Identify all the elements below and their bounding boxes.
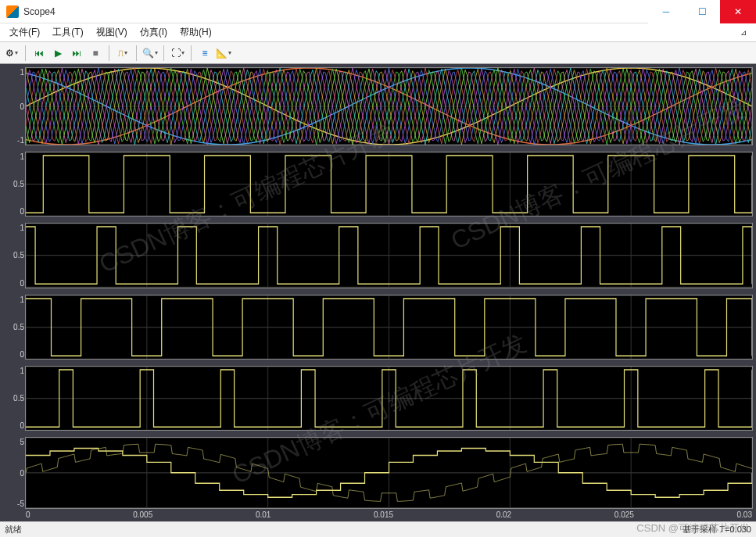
plot-0[interactable]: 10-1 — [25, 67, 753, 145]
plot-area: ⤢ 10-1 10.50 10.50 10.50 — [0, 64, 756, 521]
cursors-icon: ≡ — [202, 48, 207, 59]
autoscale-icon: ⛶ — [171, 48, 181, 59]
menu-file[interactable]: 文件(F) — [3, 24, 46, 41]
zoom-button[interactable]: 🔍▾ — [142, 45, 159, 62]
separator — [109, 45, 109, 61]
plot-row-4: 10.50 — [25, 366, 753, 431]
separator — [191, 45, 192, 61]
step-forward-button[interactable]: ⏭ — [68, 45, 85, 62]
yaxis-labels: 10.50 — [5, 367, 24, 430]
menu-view[interactable]: 视图(V) — [90, 24, 134, 41]
stop-button[interactable]: ■ — [87, 45, 104, 62]
yaxis-labels: 10.50 — [5, 152, 24, 216]
autoscale-button[interactable]: ⛶▾ — [169, 45, 186, 62]
step-back-button[interactable]: ⏮ — [30, 45, 48, 62]
yaxis-labels: 10-1 — [5, 68, 24, 145]
plot-5[interactable]: 50-5 00.0050.01 0.0150.020.0250.03 — [25, 437, 753, 509]
step-fwd-icon: ⏭ — [72, 48, 81, 59]
csdn-watermark: CSDN @可编程芯片开发 — [636, 521, 750, 535]
maximize-button[interactable]: ☐ — [684, 0, 720, 23]
plot-row-0: 10-1 — [25, 67, 753, 145]
plot-row-1: 10.50 — [25, 152, 753, 217]
status-left: 就绪 — [5, 524, 22, 535]
plot-row-3: 10.50 — [25, 295, 753, 360]
minimize-button[interactable]: ─ — [648, 0, 684, 23]
window-title: Scope4 — [23, 6, 648, 17]
toolbar: ⚙▾ ⏮ ▶ ⏭ ■ ⎍▾ 🔍▾ ⛶▾ ≡ 📐▾ — [0, 42, 756, 64]
plot-2[interactable]: 10.50 — [25, 223, 753, 288]
separator — [25, 45, 26, 61]
stop-icon: ■ — [92, 48, 98, 59]
menubar: 文件(F) 工具(T) 视图(V) 仿真(I) 帮助(H) ⊿ — [0, 23, 756, 42]
zoom-icon: 🔍 — [142, 48, 154, 59]
signal-icon: ⎍ — [118, 48, 124, 59]
plot-4[interactable]: 10.50 — [25, 366, 753, 431]
menu-help[interactable]: 帮助(H) — [174, 24, 218, 41]
step-back-icon: ⏮ — [34, 48, 44, 59]
yaxis-labels: 50-5 — [5, 438, 24, 508]
play-icon: ▶ — [55, 48, 62, 59]
close-button[interactable]: ✕ — [720, 0, 756, 23]
measure-button[interactable]: 📐▾ — [215, 45, 232, 62]
run-button[interactable]: ▶ — [49, 45, 66, 62]
settings-button[interactable]: ⚙▾ — [3, 45, 20, 62]
titlebar: Scope4 ─ ☐ ✕ — [0, 0, 756, 23]
signal-select-button[interactable]: ⎍▾ — [114, 45, 131, 62]
separator — [163, 45, 164, 61]
plot-row-5: 50-5 00.0050.01 0.0150.020.0250.03 — [25, 437, 753, 509]
menu-overflow-icon[interactable]: ⊿ — [734, 28, 753, 37]
yaxis-labels: 10.50 — [5, 224, 24, 287]
separator — [136, 45, 137, 61]
menu-tools[interactable]: 工具(T) — [46, 24, 89, 41]
xaxis-labels: 00.0050.01 0.0150.020.0250.03 — [26, 510, 752, 519]
measure-icon: 📐 — [216, 48, 228, 59]
plot-3[interactable]: 10.50 — [25, 295, 753, 360]
plot-1[interactable]: 10.50 — [25, 152, 753, 217]
menu-sim[interactable]: 仿真(I) — [134, 24, 174, 41]
cursors-button[interactable]: ≡ — [196, 45, 213, 62]
yaxis-labels: 10.50 — [5, 295, 24, 359]
gear-icon: ⚙ — [5, 48, 14, 59]
plot-row-2: 10.50 — [25, 223, 753, 288]
app-logo-icon — [6, 5, 19, 18]
